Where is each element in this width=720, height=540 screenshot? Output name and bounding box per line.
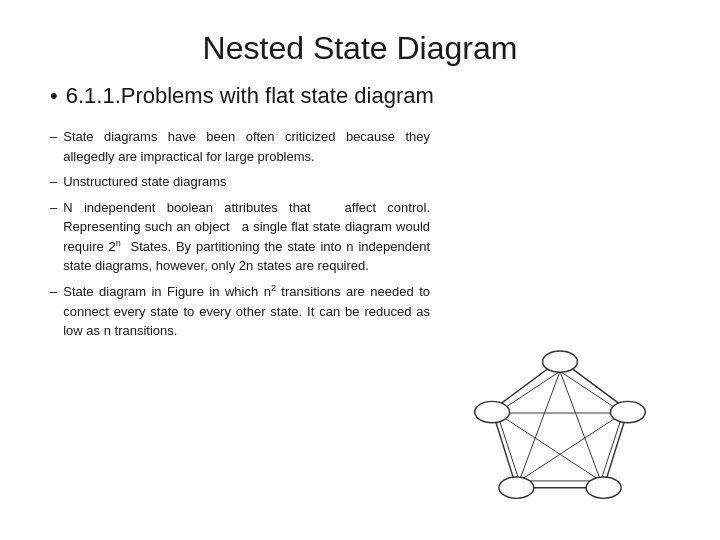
svg-line-5 — [519, 413, 623, 481]
slide-subtitle: • 6.1.1.Problems with flat state diagram — [50, 83, 670, 109]
content-area: – State diagrams have been often critici… — [50, 127, 670, 520]
svg-point-14 — [499, 477, 534, 498]
dash-icon: – — [50, 198, 57, 218]
list-item: – State diagram in Figure in which n2 tr… — [50, 282, 430, 341]
dash-icon: – — [50, 282, 57, 302]
state-diagram-svg — [455, 350, 665, 510]
text-section: – State diagrams have been often critici… — [50, 127, 430, 520]
dash-icon: – — [50, 172, 57, 192]
svg-point-11 — [543, 351, 578, 372]
svg-line-9 — [497, 413, 519, 481]
bullet-text-1: State diagrams have been often criticize… — [63, 127, 430, 166]
list-item: – State diagrams have been often critici… — [50, 127, 430, 166]
svg-line-4 — [601, 413, 623, 481]
subtitle-bullet-icon: • — [50, 83, 58, 109]
svg-line-2 — [519, 371, 560, 481]
svg-line-1 — [560, 371, 601, 481]
bullet-text-2: Unstructured state diagrams — [63, 172, 226, 192]
subtitle-text: 6.1.1.Problems with flat state diagram — [66, 83, 434, 109]
list-item: – N independent boolean attributes that … — [50, 198, 430, 276]
slide-title: Nested State Diagram — [50, 30, 670, 67]
list-item: – Unstructured state diagrams — [50, 172, 430, 192]
svg-point-12 — [610, 401, 645, 422]
svg-point-13 — [586, 477, 621, 498]
diagram-section — [450, 127, 670, 520]
dash-icon: – — [50, 127, 57, 147]
svg-point-15 — [475, 401, 510, 422]
slide: Nested State Diagram • 6.1.1.Problems wi… — [0, 0, 720, 540]
svg-line-8 — [497, 413, 601, 481]
bullet-text-4: State diagram in Figure in which n2 tran… — [63, 282, 430, 341]
bullet-text-3: N independent boolean attributes that af… — [63, 198, 430, 276]
